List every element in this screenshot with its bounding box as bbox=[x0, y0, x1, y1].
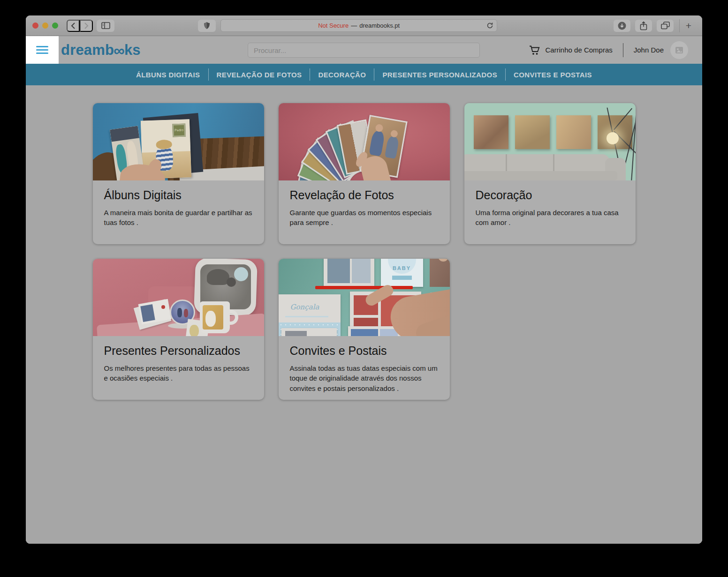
toolbar-divider bbox=[679, 19, 680, 32]
card-albuns-digitais[interactable]: Pedro Álbuns Digitais bbox=[93, 103, 264, 244]
card-body: Presentes Personalizados Os melhores pre… bbox=[93, 336, 264, 383]
infinity-icon: ∞ bbox=[114, 43, 125, 58]
card-title: Revelação de Fotos bbox=[290, 188, 439, 202]
pillow-badge bbox=[234, 267, 248, 281]
photo-card bbox=[430, 259, 450, 287]
card-description: A maneira mais bonita de guardar e parti… bbox=[104, 208, 253, 228]
hat-pompom bbox=[227, 277, 236, 287]
privacy-shield-button[interactable] bbox=[198, 20, 216, 32]
address-bar[interactable]: Not Secure — dreambooks.pt bbox=[220, 19, 497, 32]
chevron-right-icon bbox=[83, 22, 89, 29]
hamburger-icon bbox=[36, 49, 48, 51]
wall-canvas-print bbox=[556, 115, 591, 149]
search-input[interactable] bbox=[248, 43, 480, 58]
history-nav-group bbox=[67, 20, 92, 32]
reload-button[interactable] bbox=[486, 22, 493, 29]
baby-card-text: BABY bbox=[381, 265, 423, 271]
card-title: Álbuns Digitais bbox=[104, 188, 253, 202]
card-description: Garante que guardas os momentos especiai… bbox=[290, 208, 439, 228]
cart-label: Carrinho de Compras bbox=[545, 46, 612, 54]
card-photo bbox=[351, 329, 378, 336]
card-body: Decoração Uma forma original para decora… bbox=[464, 180, 636, 228]
goncala-card-text: Gonçala bbox=[279, 303, 341, 311]
card-title: Convites e Postais bbox=[290, 344, 439, 358]
keychain-figure bbox=[190, 325, 199, 336]
santa-hat-dot bbox=[161, 305, 165, 309]
book-name-label: Pedro bbox=[172, 124, 186, 137]
site-header: dreamb∞ks Carrinho de Compras John Doe bbox=[26, 36, 702, 64]
card-button-strip bbox=[392, 276, 412, 280]
chevron-left-icon bbox=[70, 22, 76, 29]
reload-icon bbox=[486, 22, 493, 29]
card-text-line bbox=[285, 316, 328, 317]
card-convites-e-postais[interactable]: BABY Gonçala bbox=[279, 259, 450, 400]
logo-text: dreamb bbox=[61, 43, 114, 57]
nav-item-albuns-digitais[interactable]: ÁLBUNS DIGITAIS bbox=[128, 71, 208, 79]
card-body: Revelação de Fotos Garante que guardas o… bbox=[279, 180, 450, 228]
wall-canvas-print bbox=[515, 115, 550, 149]
shield-icon bbox=[204, 22, 210, 30]
header-right: Carrinho de Compras John Doe bbox=[529, 36, 688, 64]
nav-item-decoracao[interactable]: DECORAÇÃO bbox=[310, 71, 374, 79]
downloads-button[interactable] bbox=[614, 20, 630, 32]
nav-item-revelacao-de-fotos[interactable]: REVELAÇÃO DE FOTOS bbox=[209, 71, 310, 79]
url-separator: — bbox=[351, 22, 357, 29]
header-divider bbox=[623, 43, 623, 57]
card-revelacao-de-fotos[interactable]: Revelação de Fotos Garante que guardas o… bbox=[279, 103, 450, 244]
baby-hat bbox=[207, 269, 229, 285]
tab-overview-button[interactable] bbox=[657, 20, 674, 32]
main-nav: ÁLBUNS DIGITAIS REVELAÇÃO DE FOTOS DECOR… bbox=[26, 64, 702, 85]
category-grid: Pedro Álbuns Digitais bbox=[93, 103, 636, 400]
nav-item-presentes-personalizados[interactable]: PRESENTES PERSONALIZADOS bbox=[374, 71, 505, 79]
content-area: Pedro Álbuns Digitais bbox=[26, 85, 702, 544]
share-button[interactable] bbox=[635, 20, 652, 32]
zoom-window-button[interactable] bbox=[52, 22, 58, 29]
picture-icon bbox=[675, 46, 683, 54]
url-text: dreambooks.pt bbox=[359, 22, 400, 29]
shopping-cart-icon bbox=[529, 45, 540, 55]
card-photo bbox=[285, 331, 307, 336]
couch-seat bbox=[464, 171, 617, 180]
convites-e-postais-image: BABY Gonçala bbox=[279, 259, 450, 336]
forward-button[interactable] bbox=[80, 20, 93, 32]
small-photo bbox=[140, 304, 155, 322]
close-window-button[interactable] bbox=[32, 22, 38, 29]
download-icon bbox=[617, 21, 627, 30]
book-top-strip bbox=[110, 126, 139, 142]
card-body: Álbuns Digitais A maneira mais bonita de… bbox=[93, 180, 264, 228]
card-presentes-personalizados[interactable]: Presentes Personalizados Os melhores pre… bbox=[93, 259, 264, 400]
lamp-bulb bbox=[607, 132, 619, 144]
back-button[interactable] bbox=[67, 20, 80, 32]
tabs-icon bbox=[661, 22, 670, 30]
revelacao-de-fotos-image bbox=[279, 103, 450, 180]
share-icon bbox=[640, 21, 647, 30]
wall-canvas-print bbox=[474, 115, 508, 149]
card-description: Assinala todas as tuas datas especiais c… bbox=[290, 363, 439, 393]
security-label: Not Secure bbox=[318, 22, 349, 29]
minimize-window-button[interactable] bbox=[42, 22, 48, 29]
red-banner bbox=[315, 286, 413, 289]
cart-button[interactable]: Carrinho de Compras bbox=[529, 45, 612, 55]
nav-item-convites-e-postais[interactable]: CONVITES E POSTAIS bbox=[506, 71, 600, 79]
hamburger-icon bbox=[36, 46, 48, 47]
logo[interactable]: dreamb∞ks bbox=[61, 42, 141, 58]
card-photo bbox=[327, 259, 350, 283]
avatar[interactable] bbox=[670, 41, 688, 59]
sidebar-toggle-button[interactable] bbox=[97, 20, 114, 32]
child-figure bbox=[384, 136, 399, 159]
card-description: Uma forma original para decorares a tua … bbox=[476, 208, 624, 228]
browser-window: Not Secure — dreambooks.pt bbox=[26, 15, 702, 544]
mug-figure bbox=[205, 311, 216, 327]
child-figure bbox=[369, 130, 385, 157]
card-title: Decoração bbox=[476, 188, 624, 202]
user-name[interactable]: John Doe bbox=[634, 46, 664, 54]
presentes-personalizados-image bbox=[93, 259, 264, 336]
baby-hat bbox=[156, 140, 172, 150]
card-decoracao[interactable]: Decoração Uma forma original para decora… bbox=[464, 103, 636, 244]
webpage: dreamb∞ks Carrinho de Compras John Doe bbox=[26, 36, 702, 544]
menu-button[interactable] bbox=[26, 36, 59, 64]
new-tab-button[interactable]: + bbox=[682, 20, 696, 32]
decoracao-image bbox=[464, 103, 636, 180]
globe-figure bbox=[184, 309, 188, 317]
couch-back bbox=[464, 154, 610, 173]
